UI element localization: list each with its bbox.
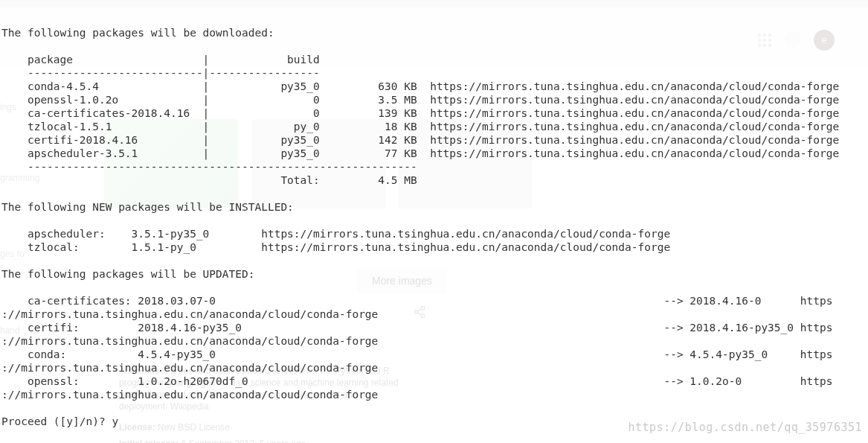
bg-release: Initial release: 6 September 2012; 5 yea… <box>119 438 306 443</box>
watermark: https://blog.csdn.net/qq_35976351 <box>628 421 862 434</box>
terminal-output: The following packages will be downloade… <box>0 0 868 428</box>
